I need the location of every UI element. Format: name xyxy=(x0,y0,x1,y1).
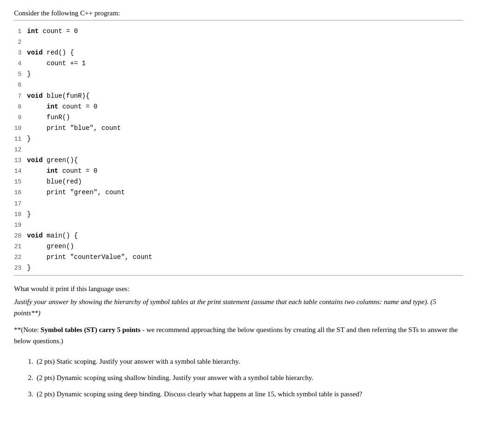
code-line-5: 5 } xyxy=(14,69,463,80)
code-line-14: 14 int count = 0 xyxy=(14,166,463,176)
header-text: Consider the following C++ program: xyxy=(14,9,463,20)
code-line-12: 12 xyxy=(14,144,463,155)
question-list: 1. (2 pts) Static scoping. Justify your … xyxy=(14,356,463,400)
code-line-16: 16 print "green", count xyxy=(14,187,463,198)
code-line-4: 4 count += 1 xyxy=(14,58,463,69)
code-line-22: 22 print "counterValue", count xyxy=(14,252,463,263)
code-line-9: 9 funR() xyxy=(14,112,463,123)
code-line-8: 8 int count = 0 xyxy=(14,102,463,112)
question-item-1: 1. (2 pts) Static scoping. Justify your … xyxy=(28,356,463,367)
code-block: 1 int count = 0 2 3 void red() { 4 count… xyxy=(14,24,463,276)
question-intro: What would it print if this language use… xyxy=(14,283,463,294)
code-line-3: 3 void red() { xyxy=(14,48,463,58)
code-line-20: 20 void main() { xyxy=(14,231,463,241)
code-line-2: 2 xyxy=(14,37,463,48)
code-line-6: 6 xyxy=(14,80,463,90)
questions-section: What would it print if this language use… xyxy=(14,283,463,400)
code-line-10: 10 print "blue", count xyxy=(14,123,463,134)
code-line-7: 7 void blue(funR){ xyxy=(14,91,463,102)
code-line-13: 13 void green(){ xyxy=(14,155,463,166)
note-block: **(Note: Symbol tables (ST) carry 5 poin… xyxy=(14,324,463,346)
code-line-21: 21 green() xyxy=(14,241,463,252)
code-line-15: 15 blue(red) xyxy=(14,176,463,187)
question-italic: Justify your answer by showing the hiera… xyxy=(14,296,463,319)
question-item-2: 2. (2 pts) Dynamic scoping using shallow… xyxy=(28,372,463,384)
code-line-11: 11 } xyxy=(14,134,463,144)
code-line-18: 18 } xyxy=(14,209,463,220)
code-line-23: 23 } xyxy=(14,263,463,273)
code-line-17: 17 xyxy=(14,198,463,209)
question-item-3: 3. (2 pts) Dynamic scoping using deep bi… xyxy=(28,388,463,400)
code-line-19: 19 xyxy=(14,220,463,231)
code-line-1: 1 int count = 0 xyxy=(14,26,463,37)
